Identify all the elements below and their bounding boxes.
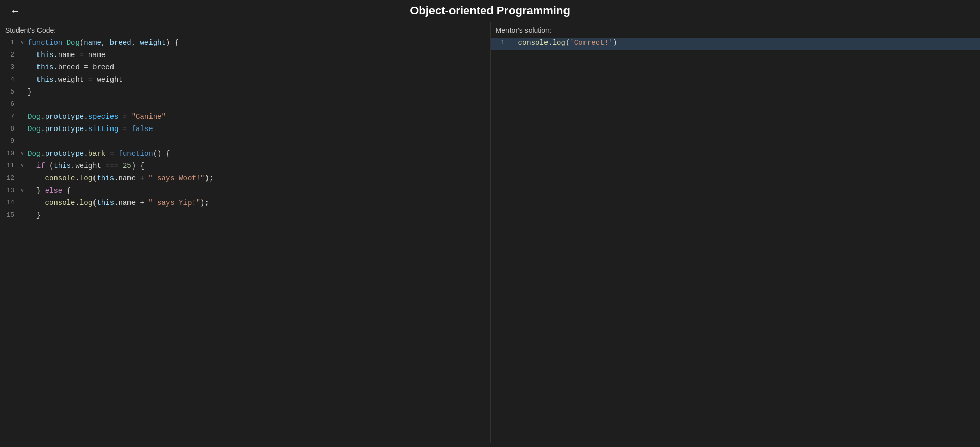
code-line-7: 7 Dog.prototype.species = "Canine" — [0, 111, 490, 124]
line-4-content: this.weight = weight — [28, 75, 490, 84]
line-14-content: console.log(this.name + " says Yip!"); — [28, 198, 490, 207]
line-num-8: 8 — [0, 124, 21, 133]
fold-12 — [21, 174, 28, 181]
line-num-4: 4 — [0, 75, 21, 83]
fold-4 — [21, 75, 28, 82]
line-num-13: 13 — [0, 186, 21, 194]
line-7-content: Dog.prototype.species = "Canine" — [28, 112, 490, 121]
line-num-3: 3 — [0, 63, 21, 71]
code-line-5: 5 } — [0, 87, 490, 99]
line-12-content: console.log(this.name + " says Woof!"); — [28, 174, 490, 182]
fold-13[interactable]: v — [21, 186, 28, 193]
code-line-2: 2 this.name = name — [0, 50, 490, 62]
header: ← Object-oriented Programming — [0, 0, 980, 22]
code-line-12: 12 console.log(this.name + " says Woof!"… — [0, 173, 490, 185]
code-line-6: 6 — [0, 99, 490, 111]
line-15-content: } — [28, 211, 490, 219]
mentor-solution-label: Mentor's solution: — [491, 22, 981, 38]
line-5-content: } — [28, 87, 490, 96]
mentor-solution-panel: Mentor's solution: 1 console.log('Correc… — [491, 22, 981, 443]
mentor-line-1-content: console.log('Correct!') — [518, 38, 981, 47]
fold-6 — [21, 100, 28, 107]
code-line-11: 11 v if (this.weight === 25) { — [0, 161, 490, 173]
fold-15 — [21, 211, 28, 218]
line-3-content: this.breed = breed — [28, 63, 490, 71]
fold-5 — [21, 87, 28, 95]
fold-10[interactable]: v — [21, 149, 28, 156]
code-line-3: 3 this.breed = breed — [0, 62, 490, 74]
code-line-1: 1 v function Dog(name, breed, weight) { — [0, 38, 490, 50]
line-num-7: 7 — [0, 112, 21, 120]
line-2-content: this.name = name — [28, 50, 490, 59]
line-num-15: 15 — [0, 211, 21, 219]
fold-14 — [21, 198, 28, 206]
fold-1[interactable]: v — [21, 38, 28, 45]
fold-9 — [21, 137, 28, 144]
fold-3 — [21, 63, 28, 70]
student-code-area: 1 v function Dog(name, breed, weight) { … — [0, 38, 490, 222]
fold-2 — [21, 50, 28, 58]
line-num-12: 12 — [0, 174, 21, 182]
line-11-content: if (this.weight === 25) { — [28, 161, 490, 170]
code-line-9: 9 — [0, 136, 490, 148]
code-line-4: 4 this.weight = weight — [0, 74, 490, 87]
line-num-6: 6 — [0, 100, 21, 108]
line-num-14: 14 — [0, 198, 21, 207]
back-button[interactable]: ← — [10, 5, 21, 17]
line-num-11: 11 — [0, 161, 21, 170]
main-content: Student's Code: 1 v function Dog(name, b… — [0, 22, 980, 443]
fold-7 — [21, 112, 28, 119]
code-line-8: 8 Dog.prototype.sitting = false — [0, 124, 490, 136]
line-num-9: 9 — [0, 137, 21, 145]
code-line-10: 10 v Dog.prototype.bark = function() { — [0, 148, 490, 161]
line-9-content — [28, 137, 490, 145]
code-line-14: 14 console.log(this.name + " says Yip!")… — [0, 198, 490, 210]
code-line-13: 13 v } else { — [0, 185, 490, 198]
mentor-line-num-1: 1 — [491, 38, 511, 46]
line-num-2: 2 — [0, 50, 21, 59]
student-code-label: Student's Code: — [0, 22, 490, 38]
line-8-content: Dog.prototype.sitting = false — [28, 124, 490, 133]
fold-8 — [21, 124, 28, 132]
line-num-5: 5 — [0, 87, 21, 96]
page-title: Object-oriented Programming — [410, 4, 570, 17]
fold-11[interactable]: v — [21, 161, 28, 169]
line-6-content — [28, 100, 490, 108]
code-line-15: 15 } — [0, 210, 490, 222]
line-1-content: function Dog(name, breed, weight) { — [28, 38, 490, 47]
student-code-panel: Student's Code: 1 v function Dog(name, b… — [0, 22, 491, 443]
line-num-1: 1 — [0, 38, 21, 46]
line-num-10: 10 — [0, 149, 21, 157]
mentor-fold-1 — [511, 38, 518, 45]
mentor-code-line-1: 1 console.log('Correct!') — [491, 38, 981, 50]
line-13-content: } else { — [28, 186, 490, 195]
mentor-code-area: 1 console.log('Correct!') — [491, 38, 981, 50]
line-10-content: Dog.prototype.bark = function() { — [28, 149, 490, 158]
